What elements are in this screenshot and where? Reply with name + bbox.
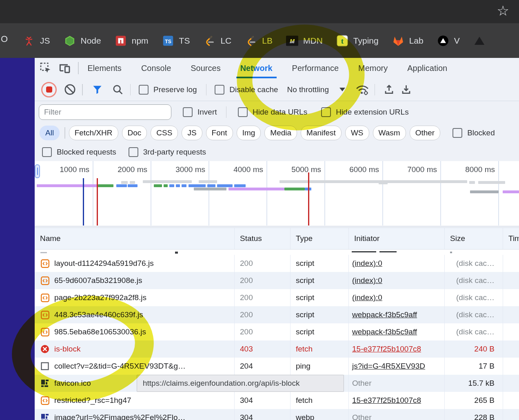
throttling-select[interactable]: No throttling [287, 85, 329, 94]
bookmark-label: Typing [353, 36, 379, 46]
table-row[interactable]: 448.3c53ae4e460c639f.js200scriptwebpack-… [35, 306, 519, 323]
request-initiator-link[interactable]: 15-e377f25b1007c8 [352, 340, 421, 358]
invert-checkbox[interactable] [183, 107, 193, 117]
chip-css[interactable]: CSS [151, 126, 178, 140]
request-initiator-link[interactable]: 15-e377f25b1007c8 [352, 392, 421, 409]
table-row[interactable]: image?url=%2Fimages%2Fel%2Flo…304webpOth… [35, 409, 519, 420]
request-initiator: 15-e377f25b1007c8 [349, 340, 445, 358]
column-header-name[interactable]: Name [35, 228, 235, 249]
blocked-requests-label: Blocked requests [57, 148, 116, 157]
third-party-requests-checkbox[interactable] [129, 147, 138, 157]
column-header-time[interactable]: Time [503, 228, 519, 249]
column-header-type[interactable]: Type [291, 228, 349, 249]
table-row[interactable]: collect?v=2&tid=G-4R5XEV93DT&g…204pingjs… [35, 358, 519, 375]
column-header-size[interactable]: Size [445, 228, 503, 249]
chip-font[interactable]: Font [206, 126, 233, 140]
request-initiator-link[interactable]: (index):0 [352, 289, 382, 306]
table-row[interactable]: restricted?_rsc=1hg47304fetch15-e377f25b… [35, 392, 519, 409]
table-row[interactable]: 65-9d6007a5b321908e.js200script(index):0… [35, 272, 519, 289]
timeline-event-line [83, 178, 84, 225]
bookmark-mdn[interactable]: MMDN [286, 35, 323, 47]
search-icon[interactable] [111, 82, 125, 97]
request-type: script [291, 272, 349, 289]
chip-img[interactable]: Img [237, 126, 261, 140]
column-header-initiator[interactable]: Initiator [349, 228, 445, 249]
bookmark-partial[interactable] [473, 35, 486, 47]
network-conditions-icon[interactable] [355, 82, 370, 97]
tab-application[interactable]: Application [403, 58, 451, 78]
timeline-event-line [308, 172, 309, 225]
record-network-log-button[interactable] [41, 82, 57, 97]
tab-elements[interactable]: Elements [84, 58, 126, 78]
hide-extension-urls-checkbox[interactable] [321, 107, 331, 117]
preserve-log-label: Preserve log [153, 85, 197, 94]
table-row[interactable]: 985.5eba68e106530036.js200scriptwebpack-… [35, 323, 519, 340]
blocked-checkbox[interactable] [452, 128, 462, 138]
chip-other[interactable]: Other [410, 126, 441, 140]
device-toolbar-icon[interactable] [57, 60, 72, 76]
blocked-requests-checkbox[interactable] [42, 147, 52, 157]
bookmark-typing[interactable]: tTyping [336, 35, 379, 47]
request-type: fetch [291, 340, 349, 358]
svg-text:M: M [290, 38, 295, 44]
chip-doc[interactable]: Doc [122, 126, 147, 140]
bookmark-npm[interactable]: npm [115, 35, 149, 47]
filter-input[interactable] [39, 104, 171, 120]
request-type-chips: AllFetch/XHRDocCSSJSFontImgMediaManifest… [35, 123, 519, 143]
chip-js[interactable]: JS [182, 126, 202, 140]
chip-manifest[interactable]: Manifest [301, 126, 342, 140]
waterfall-bar [217, 184, 233, 187]
bookmark-js[interactable]: JS [23, 35, 50, 47]
chip-wasm[interactable]: Wasm [373, 126, 406, 140]
bookmark-partial-label[interactable]: O [1, 34, 8, 44]
bookmark-lab[interactable]: Lab [392, 35, 424, 47]
bookmark-label: JS [40, 36, 50, 46]
waterfall-bar [234, 184, 246, 187]
filter-funnel-icon[interactable] [90, 82, 105, 97]
bookmark-lc[interactable]: LC [203, 35, 231, 47]
request-initiator-link[interactable]: webpack-f3b5c9aff [352, 323, 417, 340]
tab-console[interactable]: Console [137, 58, 175, 78]
export-har-icon[interactable] [399, 82, 413, 97]
bookmark-star-icon[interactable]: ☆ [497, 2, 509, 19]
tab-memory[interactable]: Memory [354, 58, 392, 78]
throttling-caret-icon[interactable] [339, 88, 345, 91]
bookmark-v[interactable]: V [437, 35, 460, 47]
clear-network-log-icon[interactable] [62, 82, 77, 97]
preserve-log-checkbox[interactable] [139, 85, 149, 95]
inspect-element-icon[interactable] [38, 60, 53, 76]
bookmark-ts[interactable]: TSTS [162, 35, 190, 47]
timeline-tick-label: 3000 ms [151, 165, 205, 174]
timeline-event-line [97, 178, 98, 225]
request-status: 304 [235, 392, 291, 409]
table-row[interactable]: is-block403fetch15-e377f25b1007c8240 B [35, 340, 519, 358]
request-initiator-link[interactable]: webpack-f3b5c9aff [352, 306, 417, 323]
request-initiator-link[interactable]: js?id=G-4R5XEV93D [352, 358, 425, 375]
hide-data-urls-checkbox[interactable] [238, 107, 248, 117]
tab-network[interactable]: Network [236, 58, 277, 78]
network-overview-waterfall[interactable]: 1000 ms2000 ms3000 ms4000 ms5000 ms6000 … [35, 161, 519, 226]
waterfall-bar [176, 184, 180, 187]
table-row[interactable]: layout-d1124294a5919d76.js200script(inde… [35, 255, 519, 272]
request-initiator-link[interactable]: (index):0 [352, 255, 382, 272]
request-type: fetch [291, 392, 349, 409]
request-size: 228 B [445, 409, 503, 420]
tab-sources[interactable]: Sources [186, 58, 224, 78]
import-har-icon[interactable] [381, 82, 396, 97]
request-type: ping [291, 358, 349, 375]
disable-cache-checkbox[interactable] [215, 85, 224, 95]
ping-request-icon [40, 362, 49, 371]
disable-cache-label: Disable cache [229, 85, 278, 94]
column-header-status[interactable]: Status [235, 228, 291, 249]
bookmark-lb[interactable]: LB [245, 35, 273, 47]
chip-all[interactable]: All [40, 126, 60, 140]
chip-fetch-xhr[interactable]: Fetch/XHR [69, 126, 118, 140]
bookmark-label: LB [262, 36, 273, 46]
chip-ws[interactable]: WS [345, 126, 369, 140]
chip-media[interactable]: Media [264, 126, 297, 140]
request-initiator-link[interactable]: (index):0 [352, 272, 382, 289]
bookmark-node[interactable]: Node [64, 35, 101, 47]
table-row[interactable]: page-2b223a27f992a2f8.js200script(index)… [35, 289, 519, 306]
tab-performance[interactable]: Performance [288, 58, 343, 78]
script-request-icon [40, 259, 49, 268]
